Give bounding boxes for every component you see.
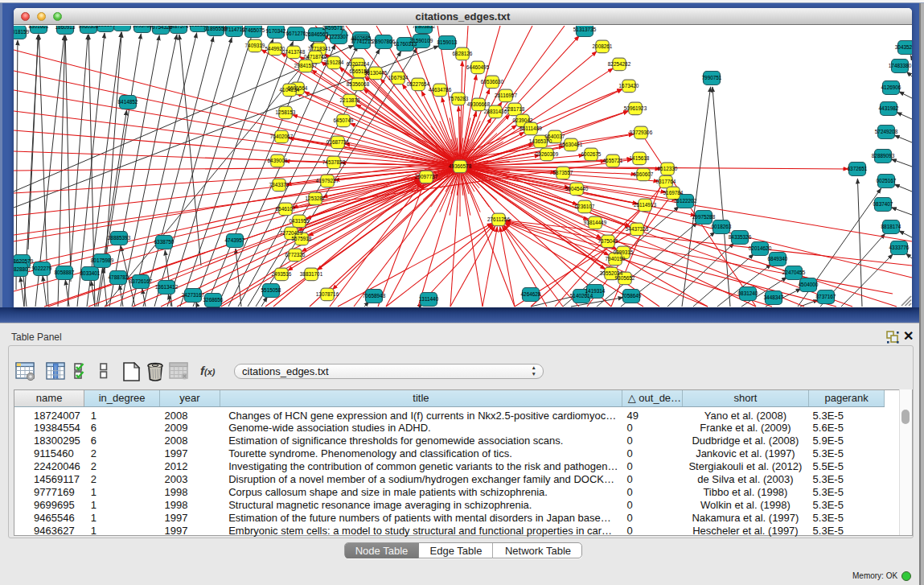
svg-text:27611256: 27611256 xyxy=(487,216,510,222)
svg-text:0025167: 0025167 xyxy=(877,178,897,183)
svg-text:70658948: 70658948 xyxy=(363,293,386,299)
svg-text:8033401: 8033401 xyxy=(80,270,101,276)
svg-text:83726167: 83726167 xyxy=(129,278,153,284)
svg-text:1419314: 1419314 xyxy=(585,288,606,294)
svg-text:4504000: 4504000 xyxy=(799,282,819,287)
svg-text:41979237: 41979237 xyxy=(316,178,339,183)
svg-text:9170342: 9170342 xyxy=(266,28,286,34)
svg-text:13613412: 13613412 xyxy=(155,284,179,290)
svg-text:64460495: 64460495 xyxy=(466,64,490,70)
svg-text:0431955: 0431955 xyxy=(290,218,310,224)
svg-text:17483380: 17483380 xyxy=(889,63,912,68)
svg-text:6372651: 6372651 xyxy=(848,166,868,171)
svg-text:5575918: 5575918 xyxy=(292,236,312,241)
svg-text:26114913: 26114913 xyxy=(634,202,656,208)
svg-text:28831436: 28831436 xyxy=(484,109,507,114)
svg-text:0831240: 0831240 xyxy=(738,290,758,296)
svg-text:6360607: 6360607 xyxy=(634,171,654,177)
svg-text:59045440: 59045440 xyxy=(565,186,589,192)
svg-text:21590109: 21590109 xyxy=(410,38,433,43)
svg-text:49306668: 49306668 xyxy=(467,101,491,107)
svg-text:1860913: 1860913 xyxy=(55,26,76,30)
svg-text:6772326: 6772326 xyxy=(285,252,306,257)
svg-text:82828807: 82828807 xyxy=(14,266,31,272)
svg-text:04718746: 04718746 xyxy=(304,54,327,60)
svg-text:26018159: 26018159 xyxy=(14,29,30,35)
svg-text:4264628: 4264628 xyxy=(521,291,541,297)
svg-text:8301661: 8301661 xyxy=(29,26,49,29)
svg-text:1258153: 1258153 xyxy=(276,109,296,115)
svg-text:24595711: 24595711 xyxy=(322,26,345,31)
svg-text:1253287: 1253287 xyxy=(306,196,326,201)
svg-text:85356068: 85356068 xyxy=(347,81,370,87)
svg-text:0018263: 0018263 xyxy=(712,224,732,229)
svg-text:54437323: 54437323 xyxy=(626,226,649,232)
svg-text:6546107: 6546107 xyxy=(276,206,296,212)
svg-text:0837407: 0837407 xyxy=(873,201,893,207)
svg-text:30435205: 30435205 xyxy=(895,44,912,50)
svg-text:86111489: 86111489 xyxy=(519,126,542,131)
svg-text:6236107: 6236107 xyxy=(575,204,595,209)
svg-text:76402067: 76402067 xyxy=(270,134,294,139)
svg-text:93729306: 93729306 xyxy=(630,130,653,135)
svg-text:1311440: 1311440 xyxy=(419,296,439,302)
svg-text:02014620: 02014620 xyxy=(749,245,772,251)
svg-text:6338750: 6338750 xyxy=(154,239,175,245)
svg-text:38885393: 38885393 xyxy=(108,235,131,241)
svg-text:1067924: 1067924 xyxy=(388,75,409,80)
svg-text:0317764: 0317764 xyxy=(656,179,676,184)
svg-text:1223307: 1223307 xyxy=(329,34,349,39)
svg-text:60207764: 60207764 xyxy=(347,61,370,67)
svg-text:26116957: 26116957 xyxy=(495,93,517,98)
svg-text:48620579: 48620579 xyxy=(14,258,34,264)
svg-text:50961923: 50961923 xyxy=(624,105,647,111)
svg-text:4788783: 4788783 xyxy=(109,274,129,280)
svg-text:3268656: 3268656 xyxy=(203,297,224,303)
svg-text:76122202: 76122202 xyxy=(674,198,697,204)
svg-text:7940199: 7940199 xyxy=(606,256,626,262)
svg-text:51313735: 51313735 xyxy=(573,27,597,32)
svg-text:1993518: 1993518 xyxy=(113,26,133,27)
svg-text:8159013: 8159013 xyxy=(437,39,458,45)
svg-text:6450749: 6450749 xyxy=(334,117,354,123)
svg-text:49366578: 49366578 xyxy=(449,163,472,169)
svg-text:7058649: 7058649 xyxy=(622,293,642,299)
svg-text:74537838: 74537838 xyxy=(322,159,346,165)
svg-text:4333776: 4333776 xyxy=(889,245,910,250)
svg-text:6671276: 6671276 xyxy=(286,31,306,36)
svg-text:4431982: 4431982 xyxy=(879,105,899,111)
svg-text:77741215: 77741215 xyxy=(351,39,374,44)
svg-text:14365370: 14365370 xyxy=(529,138,552,144)
svg-text:5873557: 5873557 xyxy=(553,170,573,175)
svg-text:72803852: 72803852 xyxy=(413,26,436,29)
svg-text:6512330: 6512330 xyxy=(658,166,678,171)
svg-text:8414852: 8414852 xyxy=(118,99,138,105)
svg-text:6828126: 6828126 xyxy=(453,51,473,56)
svg-text:13078716: 13078716 xyxy=(316,291,339,297)
svg-text:3448347: 3448347 xyxy=(764,295,784,300)
svg-text:08227654: 08227654 xyxy=(407,81,430,87)
svg-text:3191284: 3191284 xyxy=(324,60,344,65)
svg-text:5515058: 5515058 xyxy=(261,287,281,293)
svg-text:7343373: 7343373 xyxy=(269,182,290,187)
svg-text:26846563: 26846563 xyxy=(306,31,329,37)
svg-text:60536630: 60536630 xyxy=(481,79,504,84)
svg-text:56130445: 56130445 xyxy=(364,70,388,76)
svg-text:93814449: 93814449 xyxy=(584,220,607,225)
svg-text:2008261: 2008261 xyxy=(593,43,613,49)
svg-text:77718341: 77718341 xyxy=(308,46,331,51)
svg-text:9022279: 9022279 xyxy=(32,266,52,271)
svg-text:2493516: 2493516 xyxy=(272,271,292,277)
svg-text:29975288: 29975288 xyxy=(692,214,716,220)
svg-text:7409319: 7409319 xyxy=(245,43,265,48)
svg-text:2213878: 2213878 xyxy=(340,97,360,103)
svg-text:29841537: 29841537 xyxy=(294,63,318,68)
svg-text:84335326: 84335326 xyxy=(729,234,752,240)
svg-text:0239042: 0239042 xyxy=(513,117,533,123)
svg-text:01687731: 01687731 xyxy=(326,139,350,145)
svg-text:97465075: 97465075 xyxy=(242,27,265,33)
svg-text:7990751: 7990751 xyxy=(702,75,722,80)
svg-text:4126906: 4126906 xyxy=(881,84,901,90)
svg-text:1415618: 1415618 xyxy=(630,155,650,161)
svg-text:0399315: 0399315 xyxy=(614,249,634,255)
